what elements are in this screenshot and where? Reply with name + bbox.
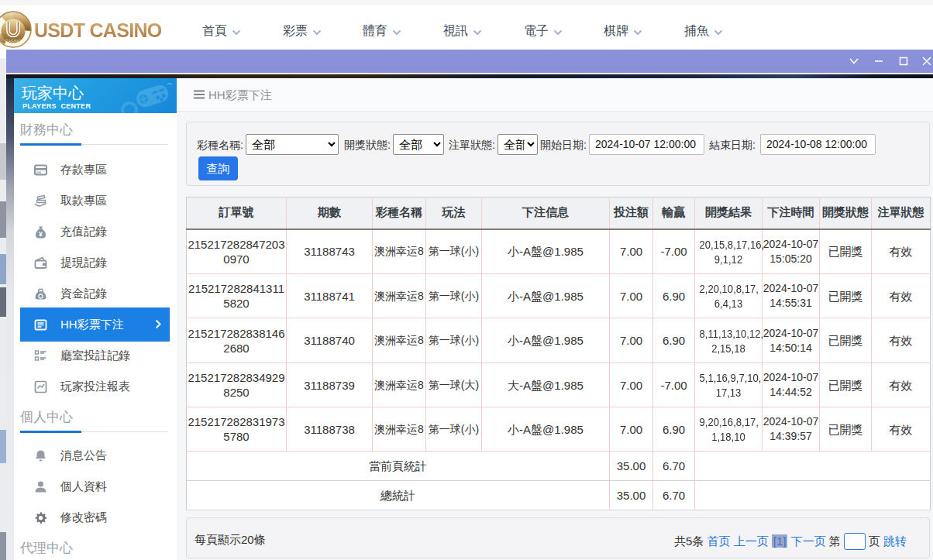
svg-text:CASINO: CASINO: [5, 39, 22, 43]
